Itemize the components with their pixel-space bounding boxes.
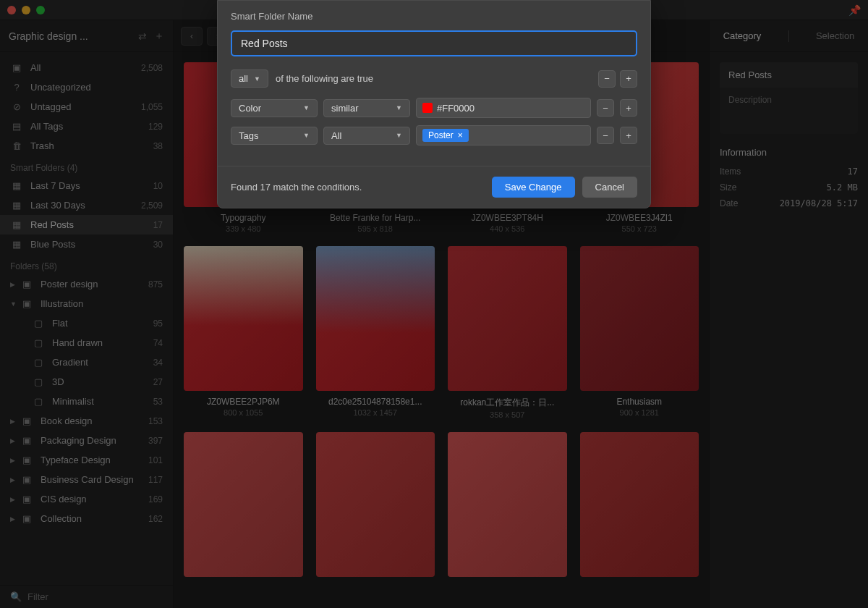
dialog-heading: Smart Folder Name xyxy=(218,1,650,26)
rule-field-label: Color xyxy=(239,103,261,114)
rule-row: Color▼ similar▼ #FF0000 − + xyxy=(231,98,637,118)
rule-op-dropdown[interactable]: similar▼ xyxy=(323,99,410,117)
rules-list: Color▼ similar▼ #FF0000 − + Tags▼ All▼ P… xyxy=(231,98,637,145)
match-all-any-label: all xyxy=(239,73,248,84)
rule-field-dropdown[interactable]: Color▼ xyxy=(231,99,318,117)
rule-row: Tags▼ All▼ Poster × − + xyxy=(231,125,637,145)
rule-op-label: All xyxy=(331,130,341,141)
rule-field-label: Tags xyxy=(239,130,258,141)
remove-rule-button[interactable]: − xyxy=(597,99,614,117)
rule-match-row: all ▼ of the following are true − + xyxy=(231,69,637,88)
match-count-text: Found 17 match the conditions. xyxy=(231,182,362,193)
tag-chip[interactable]: Poster × xyxy=(422,129,469,142)
chevron-down-icon: ▼ xyxy=(254,75,260,83)
rule-field-dropdown[interactable]: Tags▼ xyxy=(231,127,318,145)
rule-value-input[interactable]: #FF0000 xyxy=(416,98,591,118)
smart-folder-name-input[interactable] xyxy=(231,30,637,56)
color-swatch xyxy=(422,103,433,113)
smart-folder-dialog: Smart Folder Name all ▼ of the following… xyxy=(217,0,651,208)
remove-tag-icon[interactable]: × xyxy=(458,130,463,140)
rule-value-text: #FF0000 xyxy=(437,103,475,114)
chevron-down-icon: ▼ xyxy=(303,132,310,139)
add-rule-group-button[interactable]: + xyxy=(620,70,637,88)
rule-op-dropdown[interactable]: All▼ xyxy=(323,127,410,145)
rule-op-label: similar xyxy=(331,103,359,114)
chevron-down-icon: ▼ xyxy=(396,132,402,139)
chevron-down-icon: ▼ xyxy=(396,104,402,111)
rules-area: all ▼ of the following are true − + Colo… xyxy=(218,56,650,166)
rule-value-input[interactable]: Poster × xyxy=(416,125,591,145)
add-rule-button[interactable]: + xyxy=(620,99,637,117)
add-rule-button[interactable]: + xyxy=(620,127,637,144)
dialog-footer: Found 17 match the conditions. Save Chan… xyxy=(218,166,650,208)
chevron-down-icon: ▼ xyxy=(303,104,310,111)
save-button[interactable]: Save Change xyxy=(492,177,575,198)
match-all-any-dropdown[interactable]: all ▼ xyxy=(231,69,268,88)
remove-rule-group-button[interactable]: − xyxy=(598,70,616,88)
match-text: of the following are true xyxy=(276,73,373,84)
remove-rule-button[interactable]: − xyxy=(597,127,614,144)
cancel-button[interactable]: Cancel xyxy=(582,177,637,198)
